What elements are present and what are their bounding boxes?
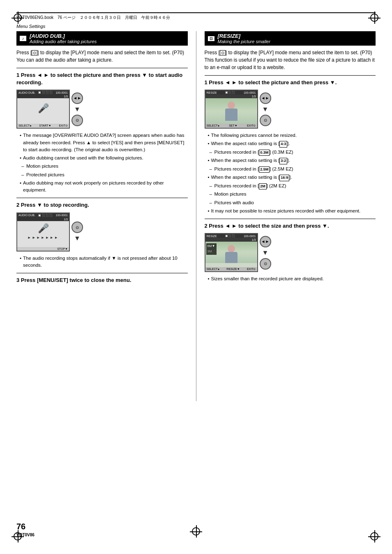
badge-169: 16:9	[279, 175, 289, 181]
resize-screen1-left: RESIZE	[207, 91, 217, 94]
resize-step2-bullets: Sizes smaller than the recorded picture …	[208, 275, 376, 282]
badge-43: 4:3	[279, 141, 287, 148]
resize-column: ⊡ [RESIZE] Making the picture smaller Pr…	[205, 31, 376, 401]
resize-divider-1	[205, 75, 376, 76]
badge-03m: 0.3M	[259, 150, 270, 156]
screen1-number: 100-0001	[55, 91, 68, 94]
bullet-overwrite: The message [OVERWRITE AUDIO DATA?] scre…	[20, 132, 188, 153]
resize-subtitle: Making the picture smaller	[218, 39, 270, 44]
audio-dub-step1-heading: 1 Press ◄ ► to select the picture and th…	[16, 72, 188, 86]
resize-header-text: [RESIZE] Making the picture smaller	[218, 33, 270, 44]
resize-screen1-battery: ▣⬛⬛	[225, 91, 235, 94]
audio-dub-screen1: AUDIO DUB. ▣ ⬛⬛⬛ 100-0001 1/3 🎤 SELECT● …	[16, 90, 70, 129]
resize-bullet-sizes: Sizes smaller than the recorded picture …	[208, 275, 376, 282]
menu-settings-label: Menu Settings	[16, 24, 376, 29]
resize-bullet-32: When the aspect ratio setting is [3:2].	[208, 157, 376, 164]
screen1-exit: EXIT⊙	[59, 124, 68, 127]
resize-bullet-25m: Pictures recorded in [2.5M] (2.5M EZ)	[208, 166, 376, 173]
audio-dub-screen2: AUDIO DUB. ▣ ⬛⬛⬛ 100-0001 1/3 🎤 ►►►►►►► …	[16, 212, 70, 252]
audio-dub-header-text: [AUDIO DUB.] Adding audio after taking p…	[30, 33, 97, 44]
person-body	[225, 108, 238, 121]
resize-intro: Press [⊙] to display the [PLAY] mode men…	[205, 49, 376, 71]
resize-screen2-battery: ▣⬛⬛	[225, 234, 235, 238]
corner-mark-tl	[12, 12, 24, 24]
resize-title: [RESIZE]	[218, 33, 270, 39]
resize-screen1-set: SET▼	[229, 124, 238, 127]
resize-nav-circle-1: ◄►	[260, 92, 271, 104]
two-column-layout: ♪ [AUDIO DUB.] Adding audio after taking…	[16, 31, 376, 401]
resize-bullet-audio: Pictures with audio	[208, 199, 376, 206]
resize-screen2-header: RESIZE ▣⬛⬛ 100-0001	[205, 234, 257, 238]
top-bar: VQT0V86ENG.book 76 ページ ２００６年１月３０日 月曜日 午前…	[16, 12, 376, 21]
resize-screen2-container: RESIZE ▣⬛⬛ 100-0001 1/3 6M▼	[205, 233, 376, 272]
divider-2	[16, 198, 188, 198]
resize-divider-2	[205, 219, 376, 219]
resize-bullet-169: When the aspect ratio setting is [16:9].	[208, 174, 376, 181]
person-photo	[205, 98, 257, 125]
column-divider	[196, 31, 196, 401]
screen2-number-r: 100-0001	[55, 214, 68, 217]
resize-bullet-motion: Motion pictures	[208, 191, 376, 198]
resize-nav-circle-4: ⊙	[260, 258, 271, 270]
resize-bullet-2m: Pictures recorded in [2M] (2M EZ)	[208, 182, 376, 190]
resize-screen2-body: 6M▼ 3M	[205, 242, 257, 263]
audio-dub-step2-bullets: The audio recording stops automatically …	[20, 255, 188, 269]
resize-nav-circle-3: ◄►	[260, 236, 271, 247]
audio-dub-step3: 3 Press [MENU/SET] twice to close the me…	[16, 277, 188, 284]
badge-25m: 2.5M	[259, 166, 270, 173]
resize-screen2-footer: SELECT● RESIZE▼ EXIT⊙	[205, 267, 257, 271]
nav-circle-1: ◄►	[71, 92, 83, 104]
page-footer: 76 VQT0V86	[16, 522, 35, 538]
badge-32: 3:2	[279, 158, 287, 164]
resize-screen1-number: 100-0001	[244, 91, 256, 94]
resize-icon: ⊡	[208, 36, 214, 41]
audio-dub-screen2-header: AUDIO DUB. ▣ ⬛⬛⬛ 100-0001	[17, 213, 69, 217]
divider-3	[16, 273, 188, 273]
resize-screen1-arrows: ◄► ▼ ⊙	[260, 92, 271, 126]
audio-dub-step1-bullets: The message [OVERWRITE AUDIO DATA?] scre…	[20, 132, 188, 194]
nav-circle-3: ⊙	[71, 222, 83, 233]
resize-screen2-number: 100-0001	[244, 235, 256, 238]
screen1-start: START▼	[39, 124, 51, 127]
audio-dub-icon: ♪	[20, 36, 26, 41]
mic-icon: 🎤	[17, 98, 69, 119]
resize-screen1-header: RESIZE ▣⬛⬛ 100-0001	[205, 90, 257, 95]
resize-screen2-exit: EXIT⊙	[247, 268, 256, 271]
corner-mark-tr	[368, 12, 380, 24]
resize-step1-heading: 1 Press ◄ ► to select the picture and th…	[205, 79, 376, 86]
size-options: 6M▼ 3M	[206, 243, 217, 255]
screen1-battery: ▣ ⬛⬛⬛	[38, 91, 53, 94]
audio-dub-step2: 2 Press ▼ to stop recording. AUDIO DUB. …	[16, 201, 188, 269]
page-number: 76	[16, 522, 35, 531]
progress-indicator: ►►►►►►►	[28, 235, 59, 240]
resize-screen2-resize: RESIZE▼	[226, 268, 240, 271]
resize-person-body	[225, 252, 238, 263]
resize-step2: 2 Press ◄ ► to select the size and then …	[205, 222, 376, 282]
audio-dub-step1: 1 Press ◄ ► to select the picture and th…	[16, 72, 188, 194]
resize-screen1: RESIZE ▣⬛⬛ 100-0001 1/3 SELECT● SET▼	[205, 90, 258, 129]
corner-mark-br	[368, 530, 380, 542]
resize-screen2-arrows: ◄► ▼ ⊙	[260, 236, 271, 270]
audio-dub-screen1-container: AUDIO DUB. ▣ ⬛⬛⬛ 100-0001 1/3 🎤 SELECT● …	[16, 90, 188, 129]
resize-bullet-43: When the aspect ratio setting is [4:3].	[208, 140, 376, 148]
bullet-cannot-use: Audio dubbing cannot be used with the fo…	[20, 155, 188, 162]
audio-dub-column: ♪ [AUDIO DUB.] Adding audio after taking…	[16, 31, 188, 401]
resize-header: ⊡ [RESIZE] Making the picture smaller	[205, 31, 376, 46]
screen2-count: 1/3	[17, 217, 69, 221]
audio-dub-intro: Press [⊙] to display the [PLAY] mode men…	[16, 49, 188, 64]
screen2-footer: STOP▼	[17, 247, 69, 251]
resize-screen1-footer: SELECT● SET▼ EXIT⊙	[205, 124, 257, 128]
resize-step1-bullets: The following pictures cannot be resized…	[208, 132, 376, 215]
resize-nav-circle-2: ⊙	[260, 115, 271, 126]
person-head	[228, 102, 235, 109]
screen2-battery: ▣ ⬛⬛⬛	[38, 214, 53, 217]
size-option-2: 3M	[208, 249, 215, 254]
audio-dub-step3-heading: 3 Press [MENU/SET] twice to close the me…	[16, 277, 188, 284]
bullet-protected: Protected pictures	[20, 171, 188, 178]
resize-bullet-cannot: The following pictures cannot be resized…	[208, 132, 376, 139]
page-code: VQT0V86	[16, 533, 35, 537]
screen1-count: 1/3	[17, 95, 69, 98]
resize-screen1-container: RESIZE ▣⬛⬛ 100-0001 1/3 SELECT● SET▼	[205, 90, 376, 129]
resize-screen1-select: SELECT●	[207, 124, 219, 127]
nav-down-2: ▼	[74, 235, 81, 242]
